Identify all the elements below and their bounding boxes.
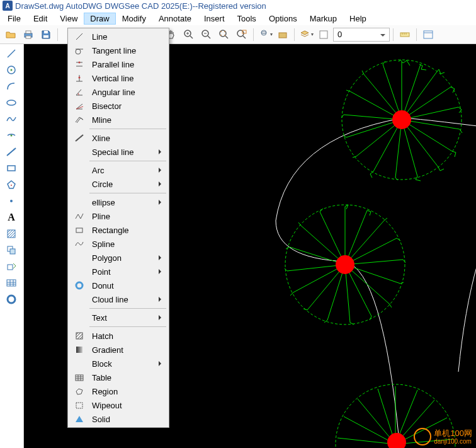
menu-item-label: Special line — [72, 147, 155, 157]
menu-item-solid[interactable]: Solid — [69, 412, 167, 426]
layer-button[interactable]: ▾ — [298, 26, 314, 43]
menu-item-arc[interactable]: Arc — [69, 163, 167, 177]
menu-item-label: Table — [87, 373, 155, 382]
watermark: 单机100网danji100.com — [414, 428, 472, 445]
zoom-extents-button[interactable] — [216, 26, 232, 43]
svg-point-53 — [8, 296, 15, 303]
menu-options[interactable]: Options — [263, 13, 303, 25]
menu-item-donut[interactable]: Donut — [69, 279, 167, 292]
block-tool[interactable] — [0, 242, 23, 258]
menu-item-table[interactable]: Table — [69, 370, 167, 384]
menu-view[interactable]: View — [54, 13, 84, 25]
menu-item-mline[interactable]: Mline — [69, 113, 167, 127]
svg-rect-136 — [76, 403, 82, 408]
menu-item-cloud-line[interactable]: Cloud line — [69, 292, 167, 306]
menu-item-polygon[interactable]: Polygon — [69, 251, 167, 265]
menu-item-label: Hatch — [87, 331, 155, 341]
svg-line-27 — [8, 50, 15, 57]
settings-button[interactable] — [420, 26, 436, 43]
zoom-out-button[interactable] — [198, 26, 215, 43]
menu-item-line[interactable]: Line — [69, 30, 167, 43]
menu-item-wipeout[interactable]: Wipeout — [69, 398, 167, 412]
svg-line-113 — [76, 104, 82, 109]
open-button[interactable] — [3, 26, 19, 43]
menu-help[interactable]: Help — [343, 13, 373, 25]
polygon-tool[interactable] — [0, 176, 23, 193]
ellipse-arc-tool[interactable] — [0, 127, 23, 144]
ellipse-tool[interactable] — [0, 95, 23, 111]
parallel-icon — [72, 58, 87, 71]
menu-markup[interactable]: Markup — [303, 13, 343, 25]
draw-toolbar: A — [0, 44, 24, 448]
menu-item-ellipse[interactable]: ellipse — [69, 195, 167, 209]
zoom-window-button[interactable] — [234, 26, 250, 43]
menubar: FileEditViewDrawModifyAnnotateInsertTool… — [0, 11, 476, 25]
menu-separator — [89, 326, 166, 327]
menu-item-spline[interactable]: Spline — [69, 237, 167, 251]
table-tool[interactable] — [0, 275, 23, 291]
menu-item-vertical-line[interactable]: Vertical line — [69, 71, 167, 85]
menu-item-label: Cloud line — [72, 295, 155, 304]
menu-item-point[interactable]: Point — [69, 265, 167, 279]
menu-annotate[interactable]: Annotate — [152, 13, 198, 25]
menu-item-tangent-line[interactable]: Tangent line — [69, 43, 167, 57]
menu-item-gradient[interactable]: Gradient — [69, 343, 167, 357]
wipeout-icon — [72, 399, 87, 411]
rectangle-tool[interactable] — [0, 160, 23, 176]
menu-item-angular-line[interactable]: Angular line — [69, 85, 167, 99]
menu-item-circle[interactable]: Circle — [69, 177, 167, 191]
hatch-tool[interactable] — [0, 226, 23, 242]
submenu-arrow-icon — [159, 255, 164, 260]
view-button[interactable] — [275, 26, 291, 43]
svg-rect-35 — [8, 166, 15, 171]
menu-item-region[interactable]: Region — [69, 384, 167, 398]
titlebar: A DrawSet.dwg AutoDWG DWGSee CAD 2025(E:… — [0, 0, 476, 11]
text-tool[interactable]: A — [0, 209, 23, 226]
menu-item-label: Wipeout — [87, 401, 155, 410]
menu-item-special-line[interactable]: Special line — [69, 145, 167, 159]
svg-line-10 — [208, 36, 210, 38]
print-button[interactable] — [20, 26, 37, 43]
mline-icon — [72, 113, 87, 126]
menu-tools[interactable]: Tools — [231, 13, 263, 25]
zoom-in-button[interactable] — [181, 26, 197, 43]
menu-item-xline[interactable]: Xline — [69, 131, 167, 145]
menu-item-rectangle[interactable]: Rectangle — [69, 223, 167, 237]
menu-item-text[interactable]: Text — [69, 311, 167, 325]
menu-item-label: Gradient — [87, 345, 155, 355]
menu-item-parallel-line[interactable]: Parallel line — [69, 57, 167, 71]
menu-modify[interactable]: Modify — [116, 13, 152, 25]
xline-tool[interactable] — [0, 144, 23, 160]
menu-insert[interactable]: Insert — [198, 13, 231, 25]
menu-file[interactable]: File — [1, 13, 27, 25]
svg-line-98 — [337, 438, 395, 444]
arc-tool[interactable] — [0, 78, 23, 95]
svg-point-103 — [76, 49, 81, 54]
submenu-arrow-icon — [159, 297, 164, 302]
measure-button[interactable] — [397, 26, 413, 43]
line-tool[interactable] — [0, 45, 23, 62]
circle-tool[interactable] — [0, 62, 23, 78]
menu-item-hatch[interactable]: Hatch — [69, 329, 167, 343]
color-button[interactable] — [315, 26, 332, 43]
save-button[interactable] — [38, 26, 54, 43]
spline-tool[interactable] — [0, 111, 23, 127]
menu-item-label: Polygon — [72, 253, 155, 263]
point-tool[interactable] — [0, 193, 23, 209]
donut-tool[interactable] — [0, 291, 23, 307]
insert-block-tool[interactable] — [0, 258, 23, 275]
vertical-icon — [72, 72, 87, 84]
visual-style-button[interactable]: ▾ — [257, 26, 273, 43]
menu-item-pline[interactable]: Pline — [69, 209, 167, 223]
svg-rect-3 — [43, 35, 48, 38]
svg-point-30 — [7, 100, 16, 105]
menu-item-label: Block — [72, 359, 155, 369]
svg-rect-46 — [10, 249, 15, 254]
menu-edit[interactable]: Edit — [27, 13, 54, 25]
layer-combo[interactable]: 0 — [333, 28, 390, 42]
hatch-icon — [72, 330, 87, 342]
menu-item-bisector[interactable]: Bisector — [69, 99, 167, 113]
menu-draw[interactable]: Draw — [84, 13, 115, 25]
app-icon: A — [3, 1, 13, 11]
menu-item-block[interactable]: Block — [69, 357, 167, 370]
